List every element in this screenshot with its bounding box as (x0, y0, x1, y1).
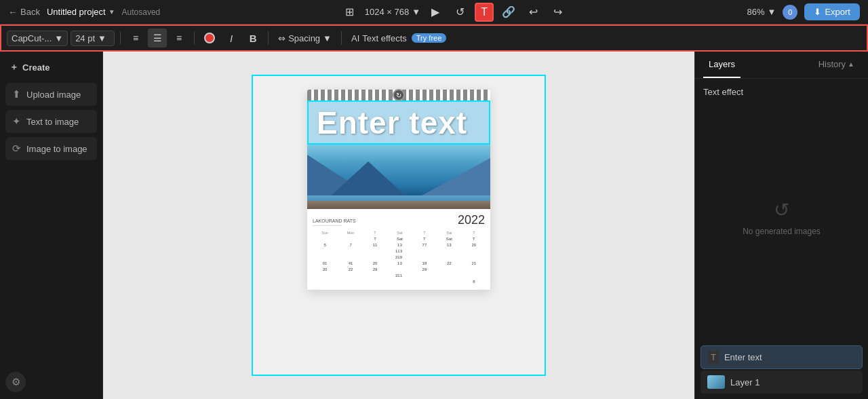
text-effects-icon: AI (351, 33, 359, 43)
font-size-selector[interactable]: 24 pt ▼ (71, 31, 115, 46)
col-mon: Mon (337, 230, 364, 235)
panel-content: Text effect ↺ No generated images (695, 79, 868, 340)
spacing-button[interactable]: ⇔ Spacing ▼ (274, 31, 336, 45)
col-thu: T (414, 230, 435, 235)
mountain-right (416, 158, 490, 199)
project-name[interactable]: Untitled project ▼ (47, 7, 115, 17)
text-effects-button[interactable]: AI Text effects Try free (347, 31, 450, 45)
zoom-selector[interactable]: 86% ▼ (747, 7, 776, 17)
back-arrow-icon: ← (8, 7, 18, 18)
refresh-button[interactable]: ↺ (450, 3, 469, 22)
cal-row-5: 8 (313, 278, 485, 284)
text-tool-button[interactable]: T (475, 3, 494, 22)
layer-1-thumbnail (707, 375, 725, 389)
text-toolbar: CapCut-... ▼ 24 pt ▼ ≡ ☰ ≡ I B ⇔ Spacing… (0, 24, 868, 52)
upload-image-icon: ⬆ (12, 88, 21, 100)
bold-button[interactable]: B (243, 28, 262, 48)
redo-button[interactable]: ↪ (548, 3, 567, 22)
tab-layers[interactable]: Layers (703, 52, 741, 78)
tab-history[interactable]: History ▲ (813, 52, 860, 78)
cal-row-3: 01 41 20 13 18 22 21 (313, 260, 485, 266)
cal-subtitle: ──────────── (313, 223, 356, 227)
text-to-image-label: Text to image (26, 117, 79, 127)
no-generated-icon: ↺ (774, 199, 789, 221)
text-to-image-icon: ✦ (12, 115, 21, 128)
sidebar-item-upload-image[interactable]: ⬆ Upload image (5, 83, 97, 106)
zoom-value: 86% (747, 7, 765, 17)
main-layout: ＋ Create ⬆ Upload image ✦ Text to image … (0, 52, 868, 399)
back-label: Back (20, 7, 40, 17)
text-input-overlay[interactable]: Enter text (307, 100, 490, 145)
export-button[interactable]: ⬇ Export (804, 3, 860, 20)
calendar-photo (307, 145, 490, 209)
resolution-text: 1024 × 768 (365, 7, 409, 17)
text-effect-header: Text effect (703, 87, 860, 97)
italic-button[interactable]: I (222, 28, 241, 48)
sidebar: ＋ Create ⬆ Upload image ✦ Text to image … (0, 52, 103, 399)
canvas-area[interactable]: ↻ Enter text (103, 52, 694, 399)
link-button[interactable]: 🔗 (499, 3, 518, 22)
cal-weekday-row: Sun Mon T Sat T Sat T (313, 230, 485, 235)
calendar-mockup: ↻ Enter text (307, 90, 490, 290)
col-fri: Sat (435, 230, 463, 235)
rotate-handle[interactable]: ↻ (393, 89, 405, 101)
play-button[interactable]: ▶ (426, 3, 445, 22)
try-free-badge: Try free (412, 33, 447, 43)
mountain-mid (328, 162, 409, 199)
col-tue: T (364, 230, 386, 235)
spacing-chevron: ▼ (323, 33, 332, 43)
export-download-icon: ⬇ (814, 7, 821, 17)
cal-month-title: LAKOURAND RATS (313, 218, 356, 223)
layer-item-enter-text[interactable]: T Enter text (701, 345, 863, 369)
align-center-button[interactable]: ☰ (148, 28, 167, 48)
align-right-button[interactable]: ≡ (170, 28, 189, 48)
color-dot-indicator (204, 33, 215, 43)
panel-tabs: Layers History ▲ (695, 52, 868, 79)
spacing-icon: ⇔ (278, 33, 285, 43)
font-selector[interactable]: CapCut-... ▼ (7, 31, 68, 46)
col-wed: Sat (386, 230, 414, 235)
top-bar: ← Back Untitled project ▼ Autosaved ⊞ 10… (0, 0, 868, 24)
col-sun: Sun (313, 230, 337, 235)
user-avatar: 0 (783, 5, 797, 20)
no-generated-section: ↺ No generated images (703, 102, 860, 332)
font-chevron: ▼ (54, 33, 63, 43)
separator-1 (120, 31, 121, 45)
col-sat: T (463, 230, 485, 235)
calendar-spiral: ↻ (307, 90, 490, 100)
undo-button[interactable]: ↩ (524, 3, 542, 22)
layer-item-layer-1[interactable]: Layer 1 (701, 370, 863, 394)
cal-row-note-2: 219 (313, 254, 485, 260)
canvas-inner: ↻ Enter text (253, 76, 545, 375)
create-header: ＋ Create (5, 58, 97, 79)
back-button[interactable]: ← Back (8, 7, 40, 18)
tab-layers-label: Layers (709, 59, 735, 69)
font-size-text: 24 pt (75, 33, 95, 43)
resolution-selector[interactable]: 1024 × 768 ▼ (365, 7, 420, 17)
calendar-grid: LAKOURAND RATS ──────────── 2022 Sun Mon… (307, 209, 490, 290)
canvas-border: ↻ Enter text (252, 75, 546, 376)
history-chevron: ▲ (848, 60, 854, 68)
font-name-text: CapCut-... (12, 33, 52, 43)
no-generated-text: No generated images (743, 227, 821, 236)
separator-3 (268, 31, 269, 45)
sidebar-item-text-to-image[interactable]: ✦ Text to image (5, 110, 97, 133)
cal-year: 2022 (458, 213, 485, 227)
sidebar-bottom: ⚙ (5, 365, 97, 392)
italic-icon: I (230, 33, 233, 44)
layer-list: T Enter text Layer 1 (695, 340, 868, 399)
plus-icon: ＋ (9, 61, 18, 73)
text-effects-label: Text effects (362, 33, 407, 43)
canvas-settings-icon[interactable]: ⊞ (340, 3, 359, 22)
sidebar-item-image-to-image[interactable]: ⟳ Image to image (5, 137, 97, 160)
settings-button[interactable]: ⚙ (5, 372, 26, 392)
cal-row-note-1: 113 (313, 248, 485, 254)
right-panel: Layers History ▲ Text effect ↺ No genera… (694, 52, 868, 399)
autosaved-status: Autosaved (122, 7, 161, 17)
top-bar-center: ⊞ 1024 × 768 ▼ ▶ ↺ T 🔗 ↩ ↪ (340, 3, 567, 22)
cal-row-4: 20 22 29 29 (313, 266, 485, 272)
align-left-button[interactable]: ≡ (126, 28, 145, 48)
top-bar-left: ← Back Untitled project ▼ Autosaved (8, 7, 160, 18)
text-color-button[interactable] (200, 28, 219, 48)
layer-enter-text-label: Enter text (724, 352, 762, 362)
